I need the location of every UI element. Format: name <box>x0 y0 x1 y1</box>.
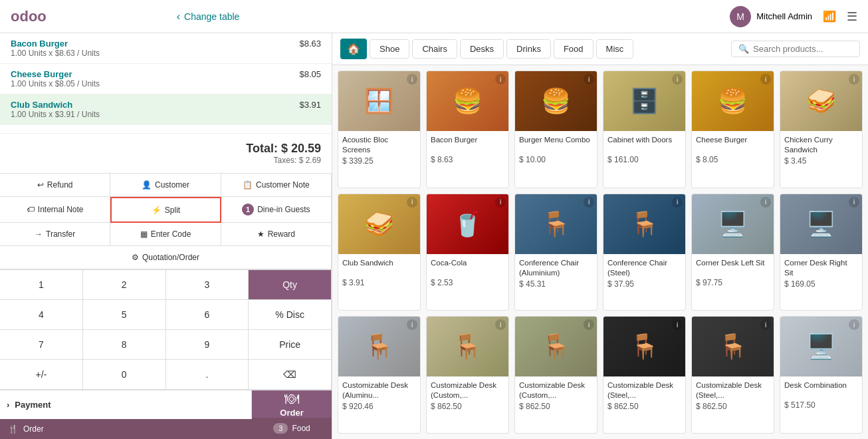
category-misc[interactable]: Misc <box>596 39 634 59</box>
dine-in-button[interactable]: 1 Dine-in Guests <box>221 197 332 223</box>
product-price: $ 3.45 <box>784 156 858 166</box>
customer-note-button[interactable]: 📋 Customer Note <box>221 174 332 197</box>
num-key-0[interactable]: 0 <box>83 360 166 390</box>
product-card-custom-steel2[interactable]: 🪑i Customizable Desk (Steel,... $ 862.50 <box>691 316 774 434</box>
num-key-4[interactable]: 4 <box>0 300 83 330</box>
product-name: Customizable Desk (Custom,... <box>431 380 504 400</box>
order-items-list: Bacon Burger $8.63 1.00 Units x $8.63 / … <box>0 33 332 133</box>
home-category-button[interactable]: 🏠 <box>340 39 367 59</box>
info-badge[interactable]: i <box>760 197 771 208</box>
info-badge[interactable]: i <box>407 197 417 208</box>
info-badge[interactable]: i <box>672 197 683 208</box>
search-input[interactable] <box>753 44 853 54</box>
num-key-+/-[interactable]: +/- <box>0 360 83 390</box>
product-card-custom-steel1[interactable]: 🪑i Customizable Desk (Steel,... $ 862.50 <box>603 316 686 434</box>
product-name: Burger Menu Combo <box>519 135 593 154</box>
product-card-custom-c2[interactable]: 🪑i Customizable Desk (Custom,... $ 862.5… <box>514 316 597 434</box>
product-card-club[interactable]: 🥪i Club Sandwich $ 3.91 <box>338 194 421 311</box>
menu-icon[interactable]: ☰ <box>847 9 857 24</box>
info-badge[interactable]: i <box>495 74 506 84</box>
product-card-conf-alum[interactable]: 🪑i Conference Chair (Aluminium) $ 45.31 <box>514 194 597 311</box>
internal-note-icon: 🏷 <box>27 205 35 214</box>
internal-note-button[interactable]: 🏷 Internal Note <box>0 197 110 223</box>
change-table-button[interactable]: ‹ Change table <box>177 11 240 23</box>
floor-info: 🍴 Order <box>0 419 252 439</box>
product-card-acoustic[interactable]: 🪟i Acoustic Bloc Screens $ 339.25 <box>338 71 421 188</box>
product-card-cabinet[interactable]: 🗄️i Cabinet with Doors $ 161.00 <box>603 71 686 188</box>
delete-key[interactable]: ⌫ <box>249 360 332 390</box>
num-key-1[interactable]: 1 <box>0 270 83 300</box>
product-price: $ 862.50 <box>607 402 681 411</box>
order-item[interactable]: Bacon Burger $8.63 1.00 Units x $8.63 / … <box>0 33 332 64</box>
product-name: Acoustic Bloc Screens <box>342 135 416 155</box>
info-badge[interactable]: i <box>584 74 594 84</box>
category-shoe[interactable]: Shoe <box>370 39 409 59</box>
num-key-3[interactable]: 3 <box>166 270 249 300</box>
info-badge[interactable]: i <box>672 74 683 84</box>
num-key-pct-Disc[interactable]: % Disc <box>249 300 332 330</box>
chevron-right-icon: › <box>7 400 9 410</box>
product-name: Coca-Cola <box>431 258 504 277</box>
num-key-.[interactable]: . <box>166 360 249 390</box>
category-chairs[interactable]: Chairs <box>412 39 457 59</box>
product-card-corner-left[interactable]: 🖥️i Corner Desk Left Sit $ 97.75 <box>691 194 774 311</box>
product-card-custom-alum[interactable]: 🪑i Customizable Desk (Aluminu... $ 920.4… <box>338 316 421 434</box>
category-drinks[interactable]: Drinks <box>506 39 551 59</box>
split-button[interactable]: ⚡ Split <box>110 197 221 223</box>
product-card-cheese-burger[interactable]: 🍔i Cheese Burger $ 8.05 <box>691 71 774 188</box>
category-food[interactable]: Food <box>554 39 594 59</box>
product-card-corner-right[interactable]: 🖥️i Corner Desk Right Sit $ 169.05 <box>780 194 863 311</box>
order-totals: Total: $ 20.59 Taxes: $ 2.69 <box>0 133 332 173</box>
order-item[interactable]: Cheese Burger $8.05 1.00 Units x $8.05 /… <box>0 64 332 94</box>
product-price: $ 8.63 <box>431 155 504 164</box>
product-card-desk-combo[interactable]: 🖥️i Desk Combination $ 517.50 <box>780 316 863 434</box>
product-name: Club Sandwich <box>342 258 416 277</box>
order-button[interactable]: 🍽 Order <box>252 390 332 418</box>
num-key-Price[interactable]: Price <box>249 330 332 360</box>
topbar: odoo ‹ Change table M Mitchell Admin 📶 ☰ <box>0 0 868 33</box>
product-name: Corner Desk Left Sit <box>696 258 770 277</box>
category-desks[interactable]: Desks <box>460 39 504 59</box>
reward-button[interactable]: ★ Reward <box>221 223 332 246</box>
quotation-button[interactable]: ⚙ Quotation/Order <box>0 246 332 269</box>
product-card-chicken[interactable]: 🥪i Chicken Curry Sandwich $ 3.45 <box>780 71 863 188</box>
search-box[interactable]: 🔍 <box>731 41 860 57</box>
num-key-2[interactable]: 2 <box>83 270 166 300</box>
num-key-5[interactable]: 5 <box>83 300 166 330</box>
info-badge[interactable]: i <box>495 197 506 208</box>
product-card-burger-combo[interactable]: 🍔i Burger Menu Combo $ 10.00 <box>514 71 597 188</box>
transfer-button[interactable]: → Transfer <box>0 223 110 246</box>
order-label: Order <box>23 424 44 434</box>
product-card-bacon[interactable]: 🍔i Bacon Burger $ 8.63 <box>426 71 509 188</box>
enter-code-button[interactable]: ▦ Enter Code <box>110 223 221 246</box>
info-badge[interactable]: i <box>760 74 771 84</box>
topbar-right: M Mitchell Admin 📶 ☰ <box>730 6 857 27</box>
num-key-Qty[interactable]: Qty <box>249 270 332 300</box>
product-name: Cabinet with Doors <box>607 135 681 154</box>
num-key-8[interactable]: 8 <box>83 330 166 360</box>
order-item[interactable]: Club Sandwich $3.91 1.00 Units x $3.91 /… <box>0 94 332 125</box>
product-price: $ 339.25 <box>342 156 416 166</box>
note-icon: 📋 <box>243 180 253 190</box>
num-key-6[interactable]: 6 <box>166 300 249 330</box>
search-icon: 🔍 <box>738 44 749 54</box>
num-key-9[interactable]: 9 <box>166 330 249 360</box>
info-badge[interactable]: i <box>584 197 594 208</box>
product-name: Desk Combination <box>784 380 858 399</box>
customer-button[interactable]: 👤 Customer <box>110 174 221 197</box>
product-price: $ 37.95 <box>607 279 681 289</box>
product-card-custom-c1[interactable]: 🪑i Customizable Desk (Custom,... $ 862.5… <box>426 316 509 434</box>
back-arrow-icon: ‹ <box>177 11 180 23</box>
refund-button[interactable]: ↩ Refund <box>0 174 110 197</box>
info-badge[interactable]: i <box>849 74 859 84</box>
product-card-conf-steel[interactable]: 🪑i Conference Chair (Steel) $ 37.95 <box>603 194 686 311</box>
payment-button[interactable]: › Payment <box>0 390 252 419</box>
product-card-coca[interactable]: 🥤i Coca-Cola $ 2.53 <box>426 194 509 311</box>
fork-knife-icon: 🍴 <box>8 424 18 434</box>
main-layout: Bacon Burger $8.63 1.00 Units x $8.63 / … <box>0 33 868 439</box>
info-badge[interactable]: i <box>849 197 859 208</box>
num-key-7[interactable]: 7 <box>0 330 83 360</box>
info-badge[interactable]: i <box>407 74 417 84</box>
item-name: Bacon Burger <box>11 39 68 49</box>
product-name: Customizable Desk (Steel,... <box>696 380 770 400</box>
